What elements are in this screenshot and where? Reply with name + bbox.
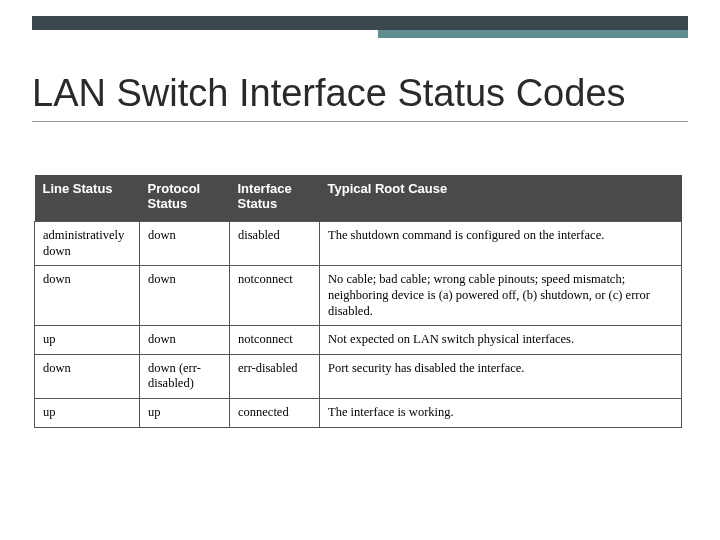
col-header-line-status: Line Status: [35, 175, 140, 222]
top-bar-teal: [378, 30, 688, 38]
cell-root-cause: Port security has disabled the interface…: [320, 354, 682, 398]
cell-line-status: up: [35, 399, 140, 428]
cell-interface-status: err-disabled: [230, 354, 320, 398]
table-row: up down notconnect Not expected on LAN s…: [35, 326, 682, 355]
cell-root-cause: The interface is working.: [320, 399, 682, 428]
cell-interface-status: notconnect: [230, 326, 320, 355]
cell-protocol-status: down (err-disabled): [140, 354, 230, 398]
cell-interface-status: connected: [230, 399, 320, 428]
cell-protocol-status: down: [140, 222, 230, 266]
table-header-row: Line Status Protocol Status Interface St…: [35, 175, 682, 222]
cell-root-cause: Not expected on LAN switch physical inte…: [320, 326, 682, 355]
table-body: administratively down down disabled The …: [35, 222, 682, 428]
col-header-root-cause: Typical Root Cause: [320, 175, 682, 222]
cell-root-cause: The shutdown command is configured on th…: [320, 222, 682, 266]
page-title: LAN Switch Interface Status Codes: [32, 72, 688, 122]
cell-protocol-status: down: [140, 266, 230, 326]
cell-line-status: down: [35, 266, 140, 326]
table-row: down down (err-disabled) err-disabled Po…: [35, 354, 682, 398]
col-header-protocol-status: Protocol Status: [140, 175, 230, 222]
col-header-interface-status: Interface Status: [230, 175, 320, 222]
table-row: administratively down down disabled The …: [35, 222, 682, 266]
cell-line-status: administratively down: [35, 222, 140, 266]
cell-interface-status: notconnect: [230, 266, 320, 326]
status-codes-table: Line Status Protocol Status Interface St…: [34, 175, 682, 428]
decorative-top-bar: [32, 16, 688, 38]
table-row: down down notconnect No cable; bad cable…: [35, 266, 682, 326]
cell-protocol-status: up: [140, 399, 230, 428]
slide: LAN Switch Interface Status Codes Line S…: [0, 0, 720, 540]
cell-interface-status: disabled: [230, 222, 320, 266]
cell-root-cause: No cable; bad cable; wrong cable pinouts…: [320, 266, 682, 326]
cell-line-status: down: [35, 354, 140, 398]
status-table-wrap: Line Status Protocol Status Interface St…: [34, 175, 682, 428]
top-bar-dark: [32, 16, 688, 30]
cell-line-status: up: [35, 326, 140, 355]
table-row: up up connected The interface is working…: [35, 399, 682, 428]
cell-protocol-status: down: [140, 326, 230, 355]
